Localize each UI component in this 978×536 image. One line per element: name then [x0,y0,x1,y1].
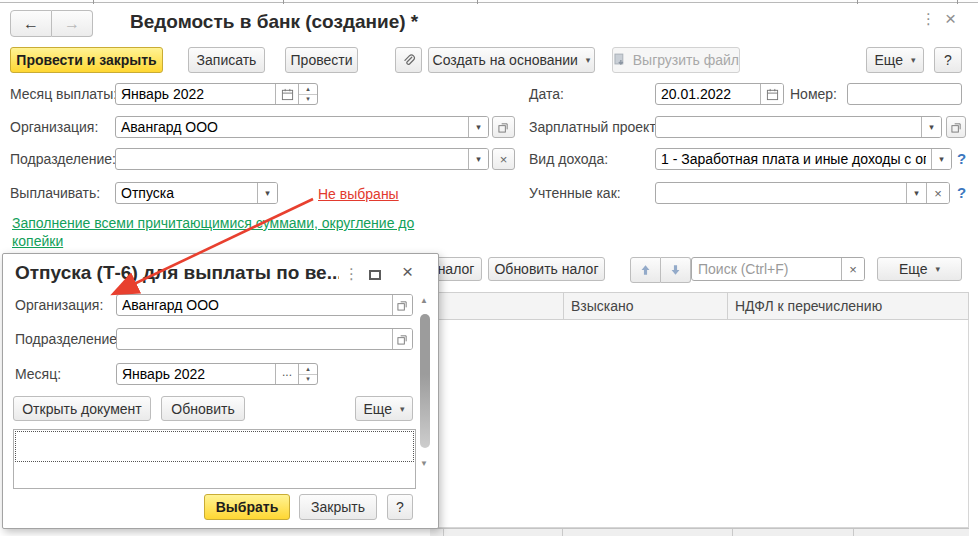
department-label: Подразделение: [10,148,116,170]
export-file-button[interactable]: Выгрузить файл [612,47,740,73]
dialog-organization-input[interactable] [117,295,392,315]
open-link-icon[interactable] [392,295,412,315]
open-link-icon [951,122,962,133]
dialog-kebab-icon[interactable]: ⋮ [344,268,359,280]
number-field [847,83,962,105]
accounted-as-help-icon[interactable]: ? [957,182,966,204]
dialog-document-list[interactable] [13,429,416,489]
dialog-close-icon[interactable]: × [402,264,413,280]
number-label: Номер: [790,83,837,105]
search-input[interactable] [692,261,841,277]
step-down-icon[interactable]: ▾ [299,375,317,385]
income-type-input[interactable] [656,149,931,169]
kebab-menu-icon[interactable]: ⋮ [921,13,936,25]
arrow-up-icon [640,264,651,276]
forward-button[interactable]: → [52,10,93,37]
clear-icon[interactable]: × [926,183,949,203]
organization-input[interactable] [116,117,468,137]
search-clear-icon[interactable]: × [841,258,864,280]
dialog-more-button[interactable]: Еще▾ [355,396,413,421]
chevron-down-icon: ▾ [400,404,405,414]
department-clear-button[interactable]: × [492,148,515,170]
search-field: × [691,257,865,281]
table-more-button[interactable]: Еще▾ [877,257,962,281]
dialog-month-field: ... ▴ ▾ [116,363,318,385]
pay-what-input[interactable] [116,183,257,203]
date-input[interactable] [656,84,760,104]
calendar-icon[interactable] [760,84,783,104]
chevron-down-icon[interactable]: ▾ [906,183,926,203]
organization-open-button[interactable] [492,116,515,138]
move-up-button[interactable] [630,257,661,283]
table-body[interactable] [430,320,969,528]
vacation-picker-dialog: Отпуска (Т-6) для выплаты по ве... ⋮ × О… [2,253,439,529]
post-and-close-button[interactable]: Провести и закрыть [10,47,163,73]
salary-project-open-button[interactable] [946,116,966,138]
table-header-collected[interactable]: Взыскано [564,293,728,319]
dialog-department-field [116,328,413,350]
form-more-button[interactable]: Еще▾ [866,47,924,73]
number-input[interactable] [848,84,961,104]
save-button[interactable]: Записать [188,47,265,73]
table-header-cell[interactable] [431,293,564,319]
create-based-on-button[interactable]: Создать на основании▾ [428,47,595,73]
accounted-as-input[interactable] [656,183,906,203]
back-button[interactable]: ← [10,10,52,37]
chevron-down-icon: ▾ [911,55,916,65]
open-link-icon[interactable] [392,329,412,349]
chevron-down-icon: ▾ [586,55,591,65]
ellipsis-icon[interactable]: ... [275,364,298,384]
chevron-down-icon[interactable]: ▾ [257,183,277,203]
list-selection-row[interactable] [15,431,414,462]
income-type-help-icon[interactable]: ? [957,148,966,170]
form-help-button[interactable]: ? [934,47,962,73]
pay-month-input[interactable] [116,84,275,104]
scroll-up-icon[interactable]: ▲ [420,296,428,305]
post-button[interactable]: Провести [285,47,358,73]
chevron-down-icon[interactable]: ▾ [921,117,941,137]
fill-all-sums-link[interactable]: Заполнение всеми причитающимися суммами,… [12,214,430,250]
table-header: Взыскано НДФЛ к перечислению [430,292,969,320]
maximize-icon[interactable] [369,270,381,280]
dialog-help-button[interactable]: ? [387,494,413,520]
dialog-refresh-button[interactable]: Обновить [161,396,245,421]
chevron-down-icon[interactable]: ▾ [931,149,951,169]
table-header-ndfl[interactable]: НДФЛ к перечислению [728,293,968,319]
not-selected-link[interactable]: Не выбраны [318,186,399,202]
help-label: ? [944,52,952,68]
step-up-icon[interactable]: ▴ [299,364,317,375]
salary-project-input[interactable] [656,117,921,137]
department-input[interactable] [116,149,468,169]
table-footer [430,528,969,536]
tab-divider [283,0,284,4]
open-link-icon [498,122,509,133]
tax-button-label: налог [438,261,475,277]
refresh-tax-button[interactable]: Обновить налог [488,257,605,281]
back-arrow-icon: ← [23,15,39,33]
chevron-down-icon[interactable]: ▾ [468,117,488,137]
select-label: Выбрать [216,499,279,515]
step-up-icon[interactable]: ▴ [299,84,317,95]
dialog-close-button[interactable]: Закрыть [299,494,377,520]
accounted-as-field: ▾ × [655,182,950,204]
save-label: Записать [197,52,257,68]
scrollbar-thumb[interactable] [420,314,430,448]
dialog-department-input[interactable] [117,329,392,349]
select-button[interactable]: Выбрать [204,494,290,520]
footer-divider [443,529,444,536]
window-close-icon[interactable]: × [945,11,956,27]
move-down-button[interactable] [661,257,691,283]
export-file-icon [613,53,627,67]
pay-month-field: ▴ ▾ [115,83,318,105]
open-document-button[interactable]: Открыть документ [13,396,151,421]
salary-project-label: Зарплатный проект: [529,116,660,138]
calendar-icon[interactable] [275,84,298,104]
tab-divider [857,0,858,4]
date-label: Дата: [529,83,564,105]
dialog-month-input[interactable] [117,364,275,384]
scroll-down-icon[interactable]: ▼ [420,459,428,468]
step-down-icon[interactable]: ▾ [299,95,317,105]
attachments-button[interactable] [395,47,422,73]
clear-icon: × [500,152,508,167]
chevron-down-icon[interactable]: ▾ [468,149,488,169]
